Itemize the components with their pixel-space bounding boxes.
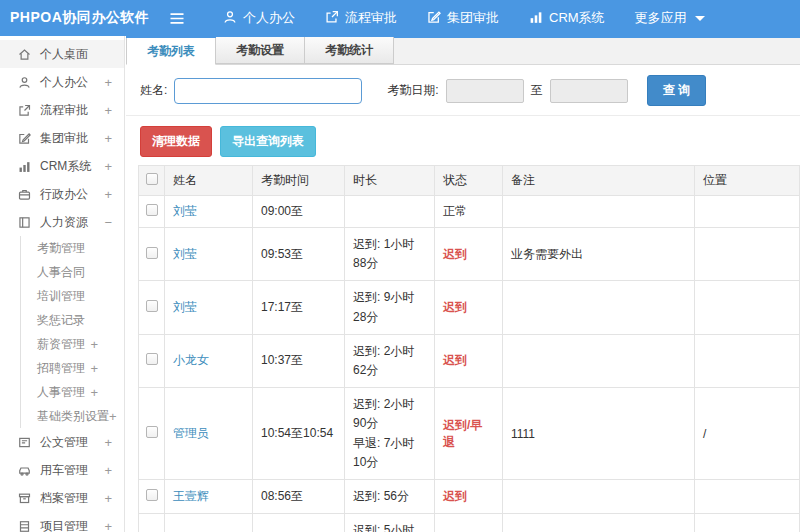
sidebar-item-label: CRM系统 xyxy=(40,158,104,175)
car-icon xyxy=(18,463,32,477)
sidebar-item-8[interactable]: 用车管理+ xyxy=(0,456,124,484)
attendance-time: 09:53至 xyxy=(253,228,345,281)
date-from-input[interactable] xyxy=(446,79,524,103)
sidebar-item-1[interactable]: 个人办公+ xyxy=(0,68,124,96)
sidebar-item-9[interactable]: 档案管理+ xyxy=(0,484,124,512)
attendance-time: 10:37至 xyxy=(253,334,345,387)
sidebar-subitem-label: 考勤管理 xyxy=(37,240,98,257)
expand-toggle[interactable]: + xyxy=(104,187,114,202)
status: 迟到/早退 xyxy=(435,514,503,532)
query-button[interactable]: 查 询 xyxy=(647,75,706,106)
sidebar-item-2[interactable]: 流程审批+ xyxy=(0,96,124,124)
table-row: 小龙女10:37至迟到: 2小时62分迟到 xyxy=(139,334,800,387)
caret-down-icon xyxy=(695,16,705,21)
menu-icon[interactable] xyxy=(160,12,194,25)
status: 迟到 xyxy=(435,479,503,513)
export-list-button[interactable]: 导出查询列表 xyxy=(220,126,316,157)
expand-toggle[interactable]: + xyxy=(104,103,114,118)
table-row: 刘莹17:17至迟到: 9小时28分迟到 xyxy=(139,281,800,334)
table-header-row: 姓名考勤时间时长状态备注位置 xyxy=(139,166,800,196)
note xyxy=(503,334,695,387)
sidebar-subitem-3[interactable]: 奖惩记录 xyxy=(21,308,124,332)
expand-toggle[interactable]: + xyxy=(109,409,117,424)
location xyxy=(695,196,800,228)
location xyxy=(695,228,800,281)
sidebar-subitem-label: 薪资管理 xyxy=(37,336,90,353)
attendance-table: 姓名考勤时间时长状态备注位置 刘莹09:00至正常刘莹09:53至迟到: 1小时… xyxy=(138,165,800,532)
row-checkbox[interactable] xyxy=(146,247,158,259)
note xyxy=(503,514,695,532)
table-row: 刘莹09:53至迟到: 1小时88分迟到业务需要外出 xyxy=(139,228,800,281)
duration: 迟到: 2小时62分 xyxy=(345,334,435,387)
sidebar-subitem-2[interactable]: 培训管理 xyxy=(21,284,124,308)
sidebar-item-5[interactable]: 行政办公+ xyxy=(0,180,124,208)
sidebar-subitem-1[interactable]: 人事合同 xyxy=(21,260,124,284)
row-checkbox[interactable] xyxy=(146,353,158,365)
expand-toggle[interactable]: + xyxy=(104,491,114,506)
topnav-item-1[interactable]: 流程审批 xyxy=(310,0,412,36)
top-nav: 个人办公流程审批集团审批CRM系统更多应用 xyxy=(208,0,720,36)
employee-name-link[interactable]: 刘莹 xyxy=(173,204,197,218)
expand-toggle[interactable]: + xyxy=(104,463,114,478)
expand-toggle[interactable]: + xyxy=(104,131,114,146)
actions-row: 清理数据 导出查询列表 xyxy=(126,116,800,165)
expand-toggle[interactable]: + xyxy=(104,75,114,90)
book-icon xyxy=(18,215,32,229)
clear-data-button[interactable]: 清理数据 xyxy=(140,126,212,157)
column-header-2: 时长 xyxy=(345,166,435,196)
expand-toggle[interactable]: + xyxy=(104,159,114,174)
row-checkbox[interactable] xyxy=(146,300,158,312)
row-checkbox[interactable] xyxy=(146,204,158,216)
expand-toggle[interactable]: + xyxy=(104,435,114,450)
edit-icon xyxy=(18,131,32,145)
expand-toggle[interactable]: + xyxy=(90,337,98,352)
expand-toggle[interactable]: − xyxy=(104,215,114,230)
sidebar-subitem-label: 培训管理 xyxy=(37,288,98,305)
employee-name-link[interactable]: 管理员 xyxy=(173,426,209,440)
sidebar-item-3[interactable]: 集团审批+ xyxy=(0,124,124,152)
employee-name-link[interactable]: 王壹辉 xyxy=(173,489,209,503)
topnav-item-3[interactable]: CRM系统 xyxy=(514,0,620,36)
duration: 迟到: 1小时88分 xyxy=(345,228,435,281)
topnav-item-4[interactable]: 更多应用 xyxy=(620,0,720,36)
sidebar-item-4[interactable]: CRM系统+ xyxy=(0,152,124,180)
attendance-time: 08:56至 xyxy=(253,479,345,513)
sidebar-subitem-7[interactable]: 基础类别设置+ xyxy=(21,404,124,428)
date-label: 考勤日期: xyxy=(387,82,438,99)
tab-0[interactable]: 考勤列表 xyxy=(126,38,216,65)
chart-icon xyxy=(18,159,32,173)
sidebar-subitem-4[interactable]: 薪资管理+ xyxy=(21,332,124,356)
location xyxy=(695,479,800,513)
user-icon xyxy=(18,75,32,89)
sidebar-subitem-6[interactable]: 人事管理+ xyxy=(21,380,124,404)
topnav-item-2[interactable]: 集团审批 xyxy=(412,0,514,36)
employee-name-link[interactable]: 刘莹 xyxy=(173,247,197,261)
expand-toggle[interactable]: + xyxy=(90,385,98,400)
status: 迟到/早退 xyxy=(435,388,503,480)
row-checkbox[interactable] xyxy=(146,426,158,438)
sidebar-subitem-label: 奖惩记录 xyxy=(37,312,98,329)
row-checkbox[interactable] xyxy=(146,489,158,501)
sidebar-item-6[interactable]: 人力资源− xyxy=(0,208,124,236)
column-header-5: 位置 xyxy=(695,166,800,196)
sidebar-subitem-label: 人事管理 xyxy=(37,384,90,401)
tab-1[interactable]: 考勤设置 xyxy=(216,37,305,64)
date-to-input[interactable] xyxy=(550,79,628,103)
workflow-icon xyxy=(18,103,32,117)
name-input[interactable] xyxy=(174,78,362,104)
note: 业务需要外出 xyxy=(503,228,695,281)
sidebar-item-0[interactable]: 个人桌面 xyxy=(0,40,124,68)
sidebar-item-10[interactable]: 项目管理+ xyxy=(0,512,124,532)
employee-name-link[interactable]: 小龙女 xyxy=(173,353,209,367)
tab-2[interactable]: 考勤统计 xyxy=(305,37,394,64)
sidebar-subitem-5[interactable]: 招聘管理+ xyxy=(21,356,124,380)
sidebar-subitem-0[interactable]: 考勤管理 xyxy=(21,236,124,260)
topnav-item-0[interactable]: 个人办公 xyxy=(208,0,310,36)
expand-toggle[interactable]: + xyxy=(104,519,114,532)
expand-toggle[interactable]: + xyxy=(90,361,98,376)
employee-name-link[interactable]: 刘莹 xyxy=(173,300,197,314)
edit-icon xyxy=(427,10,441,27)
select-all-checkbox[interactable] xyxy=(146,173,158,185)
sidebar-item-7[interactable]: 公文管理+ xyxy=(0,428,124,456)
sidebar-item-label: 集团审批 xyxy=(40,130,104,147)
